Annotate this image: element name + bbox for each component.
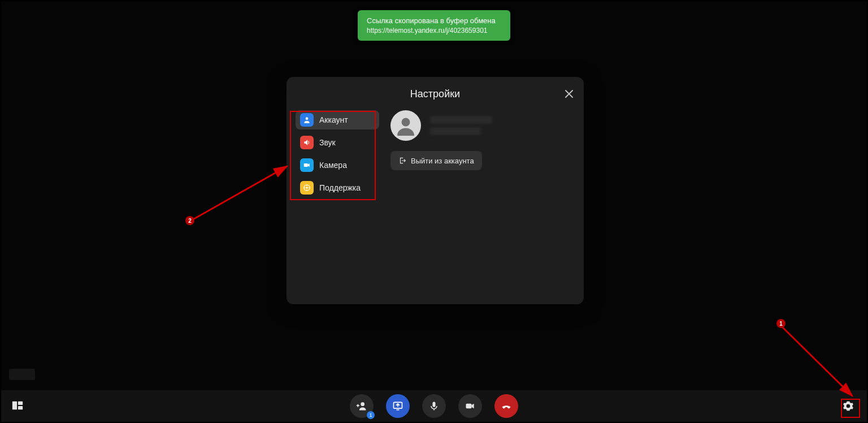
svg-rect-11 — [433, 402, 436, 407]
svg-rect-8 — [18, 406, 23, 409]
svg-point-9 — [361, 402, 364, 406]
camera-button[interactable] — [458, 394, 482, 418]
annotation-bubble-1: 1 — [776, 319, 785, 328]
end-call-button[interactable] — [494, 394, 518, 418]
profile-name-redacted-2 — [430, 127, 481, 135]
gear-icon — [843, 400, 854, 412]
toast-link-copied: Ссылка скопирована в буфер обмена https:… — [358, 10, 510, 41]
sidebar-item-camera[interactable]: Камера — [296, 156, 379, 175]
microphone-button[interactable] — [422, 394, 446, 418]
sidebar-item-label: Аккаунт — [319, 115, 348, 124]
logout-button[interactable]: Выйти из аккаунта — [390, 151, 482, 170]
svg-line-13 — [782, 327, 852, 396]
avatar — [390, 110, 421, 141]
support-icon — [300, 181, 314, 195]
sidebar-item-account[interactable]: Аккаунт — [296, 110, 379, 130]
sidebar-item-label: Звук — [319, 138, 336, 147]
sidebar-item-support[interactable]: Поддержка — [296, 178, 379, 197]
svg-rect-12 — [466, 404, 472, 408]
layout-grid-button[interactable] — [11, 399, 25, 413]
svg-point-4 — [402, 118, 410, 127]
toast-line1: Ссылка скопирована в буфер обмена — [367, 16, 501, 26]
svg-rect-6 — [12, 402, 17, 410]
profile-name-redacted-1 — [430, 116, 492, 124]
annotation-arrow-2 — [186, 159, 294, 227]
settings-dialog: Настройки Аккаунт Звук Камера — [287, 77, 584, 304]
profile-row — [390, 110, 575, 141]
camera-icon — [300, 158, 314, 172]
sound-icon — [300, 136, 314, 149]
toast-line2: https://telemost.yandex.ru/j/4023659301 — [367, 26, 501, 35]
svg-rect-7 — [18, 402, 23, 405]
hangup-icon — [501, 400, 512, 412]
svg-line-5 — [191, 166, 287, 221]
svg-point-3 — [306, 187, 308, 189]
sidebar-item-sound[interactable]: Звук — [296, 133, 379, 152]
add-participant-icon — [356, 400, 367, 412]
share-screen-button[interactable] — [386, 394, 410, 418]
svg-rect-1 — [304, 163, 308, 167]
ghost-block — [9, 369, 35, 380]
microphone-icon — [428, 400, 440, 412]
close-icon — [565, 90, 573, 98]
video-icon — [465, 400, 476, 412]
annotation-bubble-2: 2 — [185, 216, 194, 225]
logout-icon — [398, 157, 406, 165]
svg-point-0 — [306, 117, 309, 120]
settings-content-account: Выйти из аккаунта — [390, 108, 575, 197]
participant-badge: 1 — [367, 411, 375, 419]
bottom-toolbar: 1 — [1, 390, 867, 422]
logout-label: Выйти из аккаунта — [411, 157, 474, 165]
account-icon — [300, 113, 314, 127]
share-screen-icon — [392, 400, 403, 412]
sidebar-item-label: Камера — [319, 161, 347, 170]
close-button[interactable] — [562, 87, 576, 101]
sidebar-item-label: Поддержка — [319, 183, 361, 192]
add-participant-button[interactable]: 1 — [350, 394, 374, 418]
settings-sidebar: Аккаунт Звук Камера Поддержка — [296, 108, 379, 197]
dialog-title: Настройки — [287, 77, 584, 108]
grid-icon — [11, 399, 24, 412]
profile-name — [430, 116, 492, 135]
settings-gear-button[interactable] — [840, 398, 857, 415]
